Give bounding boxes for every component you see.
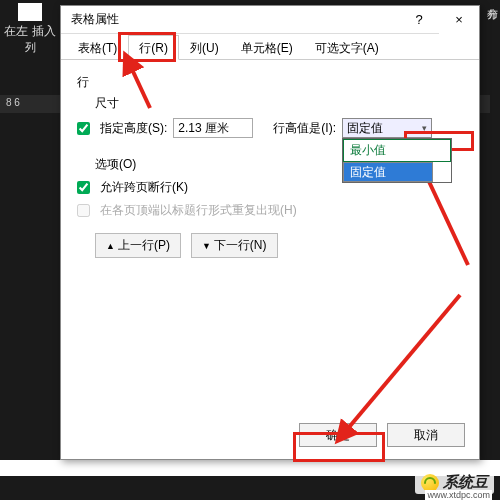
ok-button[interactable]: 确定 [299, 423, 377, 447]
triangle-up-icon: ▲ [106, 241, 115, 251]
row-repeat-header: 在各页顶端以标题行形式重复出现(H) [77, 202, 463, 219]
specify-height-label: 指定高度(S): [100, 120, 167, 137]
close-button[interactable]: × [439, 6, 479, 34]
allow-break-label: 允许跨页断行(K) [100, 179, 188, 196]
row-height-dropdown: 最小值 固定值 [342, 138, 452, 183]
watermark-logo-icon [421, 474, 439, 492]
insert-icon [18, 3, 42, 21]
tab-alt-text[interactable]: 可选文字(A) [304, 35, 390, 60]
prev-row-button[interactable]: ▲上一行(P) [95, 233, 181, 258]
specify-height-checkbox[interactable] [77, 122, 90, 135]
row-height-rule-select[interactable]: 固定值 ▾ [342, 118, 432, 138]
cancel-button[interactable]: 取消 [387, 423, 465, 447]
ribbon-insert-left-label: 在左 [4, 24, 28, 38]
allow-break-checkbox[interactable] [77, 181, 90, 194]
repeat-header-checkbox [77, 204, 90, 217]
table-properties-dialog: 表格属性 ? × 表格(T) 行(R) 列(U) 单元格(E) 可选文字(A) … [60, 5, 480, 460]
dropdown-item-fixed[interactable]: 固定值 [343, 162, 433, 182]
row-size: 指定高度(S): 行高值是(I): 固定值 ▾ 最小值 固定值 [77, 118, 463, 138]
ribbon-col-label: 列 [0, 40, 60, 55]
section-size-label: 尺寸 [95, 95, 463, 112]
help-button[interactable]: ? [399, 6, 439, 34]
dialog-body: 行 尺寸 指定高度(S): 行高值是(I): 固定值 ▾ 最小值 固定值 选项(… [61, 60, 479, 420]
ribbon-right: 分布 [482, 0, 500, 60]
tab-row[interactable]: 行(R) [128, 35, 179, 60]
nav-buttons: ▲上一行(P) ▼下一行(N) [95, 233, 463, 258]
dialog-buttons: 确定 取消 [299, 423, 465, 447]
ribbon-left: 在左 插入 列 [0, 0, 60, 95]
dropdown-item-min[interactable]: 最小值 [343, 139, 451, 162]
titlebar: 表格属性 ? × [61, 6, 479, 34]
ruler-left: 8 6 [0, 95, 60, 113]
next-row-button[interactable]: ▼下一行(N) [191, 233, 278, 258]
triangle-down-icon: ▼ [202, 241, 211, 251]
tab-strip: 表格(T) 行(R) 列(U) 单元格(E) 可选文字(A) [61, 34, 479, 60]
ribbon-insert-label: 插入 [32, 24, 56, 38]
repeat-header-label: 在各页顶端以标题行形式重复出现(H) [100, 202, 297, 219]
tab-table[interactable]: 表格(T) [67, 35, 128, 60]
height-input[interactable] [173, 118, 253, 138]
row-height-is-label: 行高值是(I): [273, 120, 336, 137]
chevron-down-icon: ▾ [422, 123, 427, 133]
dialog-title: 表格属性 [61, 11, 399, 28]
watermark-url: www.xtdpc.com [425, 490, 492, 500]
tab-cell[interactable]: 单元格(E) [230, 35, 304, 60]
section-row-label: 行 [77, 74, 463, 91]
select-value: 固定值 [347, 120, 383, 137]
tab-column[interactable]: 列(U) [179, 35, 230, 60]
